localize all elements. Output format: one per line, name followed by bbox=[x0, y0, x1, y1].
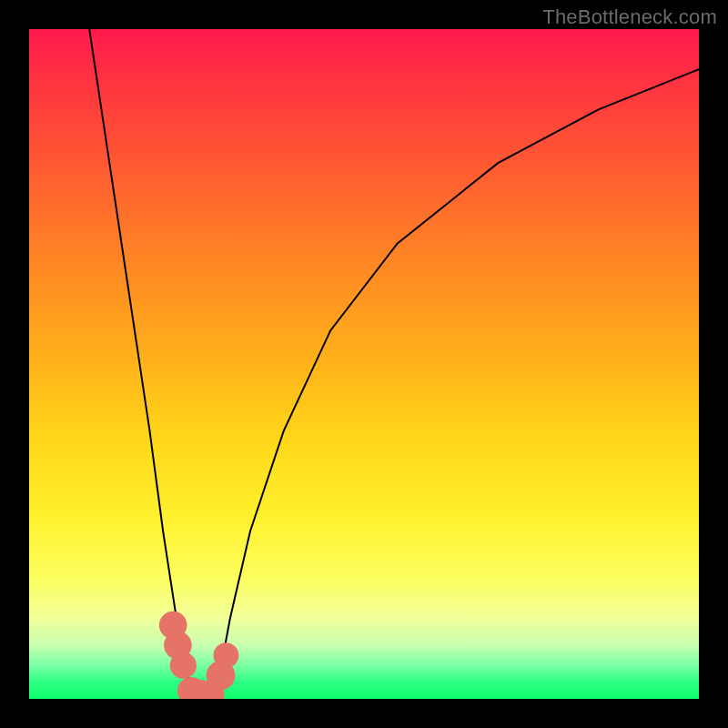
marker-dot bbox=[214, 642, 239, 668]
outer-frame: TheBottleneck.com bbox=[0, 0, 728, 728]
watermark-text: TheBottleneck.com bbox=[542, 5, 717, 29]
marker-dot bbox=[170, 652, 197, 679]
bottleneck-curve bbox=[89, 29, 699, 699]
plot-area bbox=[29, 29, 699, 699]
curve-svg bbox=[29, 29, 699, 699]
curve-markers bbox=[159, 612, 238, 699]
